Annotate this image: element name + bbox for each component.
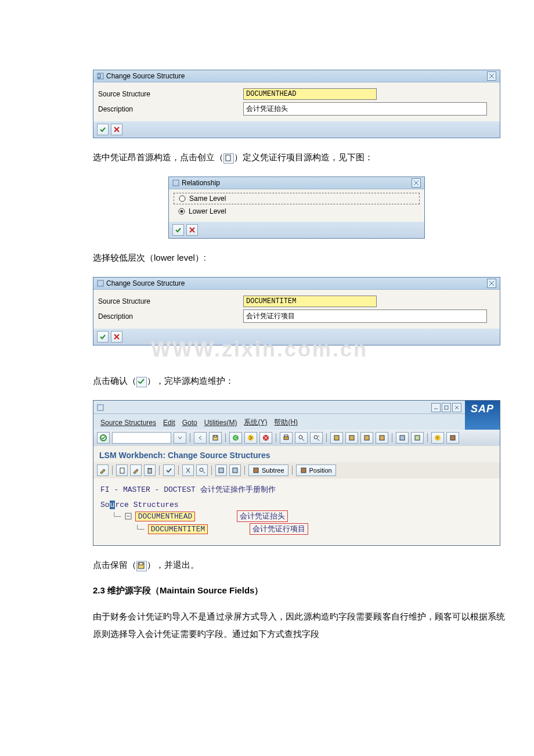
menu-edit[interactable]: Edit: [160, 417, 179, 428]
enter-icon: [97, 404, 104, 411]
node-code: DOCUMENTITEM: [148, 524, 208, 534]
svg-point-53: [200, 468, 203, 471]
expand-minus-icon[interactable]: [125, 513, 132, 520]
tree-line-icon: └─: [135, 525, 145, 534]
help-icon[interactable]: ?: [431, 432, 444, 444]
section-heading-2-3: 2.3 维护源字段（Maintain Source Fields）: [93, 585, 505, 596]
last-page-icon[interactable]: [376, 432, 388, 444]
back-icon[interactable]: [194, 432, 207, 444]
cancel-icon[interactable]: [259, 432, 272, 444]
para4-after: ），并退出。: [147, 560, 199, 570]
exit-icon[interactable]: [244, 432, 257, 444]
confirm-button[interactable]: [172, 224, 184, 236]
tree-root: Source Structures └─ DOCUMENTHEAD 会计凭证抬头…: [100, 501, 493, 535]
dropdown-icon[interactable]: [174, 432, 186, 444]
source-structure-label: Source Structure: [98, 297, 243, 305]
find-icon[interactable]: [295, 432, 308, 444]
tree-node-documentitem[interactable]: └─ DOCUMENTITEM 会计凭证行项目: [135, 523, 493, 535]
svg-point-36: [314, 435, 317, 439]
instruction-paragraph-1: 选中凭证昂首源构造，点击创立（）定义凭证行项目源构造，见下图：: [93, 149, 505, 166]
cancel-button[interactable]: [111, 124, 122, 135]
new-session-icon[interactable]: [396, 432, 409, 444]
svg-rect-42: [380, 435, 384, 440]
save-icon: [136, 561, 147, 571]
source-structure-input[interactable]: DOCUMENTITEM: [243, 296, 377, 307]
description-input[interactable]: 会计凭证行项目: [243, 309, 487, 323]
standard-toolbar: ?: [93, 430, 500, 446]
shortcut-icon[interactable]: [411, 432, 424, 444]
enter-icon: [97, 280, 104, 287]
relationship-dialog: Relationship Same Level Lower Level: [168, 177, 425, 239]
confirm-button[interactable]: [97, 331, 109, 343]
lsm-workbench-window: Source Structures Edit Goto Utilities(M)…: [93, 400, 500, 546]
prev-page-icon[interactable]: [345, 432, 358, 444]
description-label: Description: [98, 312, 243, 321]
change-source-structure-dialog-2: Change Source Structure Source Structure…: [93, 277, 500, 345]
close-icon[interactable]: [452, 403, 461, 412]
menu-source-structures[interactable]: Source Structures: [97, 417, 160, 428]
delete-button[interactable]: [144, 465, 156, 476]
description-input[interactable]: 会计凭证抬头: [243, 102, 487, 116]
minimize-icon[interactable]: [431, 403, 441, 412]
svg-point-27: [233, 435, 239, 441]
svg-rect-33: [284, 435, 288, 437]
expand-button[interactable]: [215, 465, 227, 476]
same-level-option[interactable]: Same Level: [174, 193, 420, 204]
dialog-footer: [169, 222, 424, 238]
svg-line-54: [203, 471, 205, 473]
source-structure-input[interactable]: DOCUMENTHEAD: [243, 88, 377, 100]
display-change-button[interactable]: [97, 465, 109, 476]
svg-point-28: [248, 435, 254, 441]
svg-point-9: [179, 196, 185, 201]
first-page-icon[interactable]: [330, 432, 343, 444]
confirm-button[interactable]: [97, 124, 109, 135]
menu-goto[interactable]: Goto: [179, 417, 201, 428]
dialog-title: Change Source Structure: [106, 72, 487, 80]
lower-level-option[interactable]: Lower Level: [174, 206, 420, 217]
dialog-titlebar: Relationship: [169, 177, 424, 189]
svg-rect-57: [254, 468, 258, 473]
svg-rect-44: [415, 435, 420, 440]
position-button[interactable]: Position: [296, 465, 336, 476]
para3-before: 点击确认（: [93, 376, 136, 386]
next-page-icon[interactable]: [360, 432, 373, 444]
find-next-icon[interactable]: [310, 432, 323, 444]
cancel-button[interactable]: [111, 331, 122, 343]
menu-system[interactable]: 系统(Y): [240, 416, 270, 429]
svg-line-37: [317, 439, 319, 441]
cancel-button[interactable]: [186, 224, 198, 236]
close-icon[interactable]: [412, 178, 421, 188]
tree-node-documenthead[interactable]: └─ DOCUMENTHEAD 会计凭证抬头: [112, 510, 493, 522]
svg-rect-48: [120, 468, 124, 473]
para1-before: 选中凭证昂首源构造，点击创立（: [93, 152, 223, 162]
para3-after: ），完毕源构造维护：: [147, 376, 234, 386]
svg-rect-26: [214, 435, 217, 437]
print-icon[interactable]: [280, 432, 293, 444]
back-green-icon[interactable]: [229, 432, 242, 444]
close-icon[interactable]: [487, 279, 496, 288]
save-button[interactable]: [209, 432, 222, 444]
close-icon[interactable]: [487, 71, 496, 81]
dialog-titlebar: Change Source Structure: [93, 70, 500, 82]
svg-rect-39: [334, 435, 339, 440]
cut-button[interactable]: [182, 465, 194, 476]
same-level-label: Same Level: [189, 195, 226, 203]
window-header-row: Source Structures Edit Goto Utilities(M)…: [93, 401, 500, 430]
check-button[interactable]: [163, 465, 175, 476]
menu-utilities[interactable]: Utilities(M): [201, 417, 241, 428]
create-button[interactable]: [116, 465, 128, 476]
collapse-button[interactable]: [229, 465, 241, 476]
change-button[interactable]: [130, 465, 142, 476]
layout-icon[interactable]: [446, 432, 459, 444]
subtree-button[interactable]: Subtree: [248, 465, 288, 476]
sap-logo: SAP: [465, 401, 500, 430]
svg-rect-41: [365, 435, 369, 440]
instruction-paragraph-2: 选择较低层次（lower level）:: [93, 249, 505, 267]
enter-button[interactable]: [97, 432, 110, 444]
restore-icon[interactable]: [442, 403, 451, 412]
svg-rect-40: [349, 435, 354, 440]
dialog-body: Same Level Lower Level: [169, 189, 424, 222]
command-field[interactable]: [112, 432, 171, 444]
find-structures-button[interactable]: [196, 465, 208, 476]
menu-help[interactable]: 帮助(H): [270, 416, 301, 429]
